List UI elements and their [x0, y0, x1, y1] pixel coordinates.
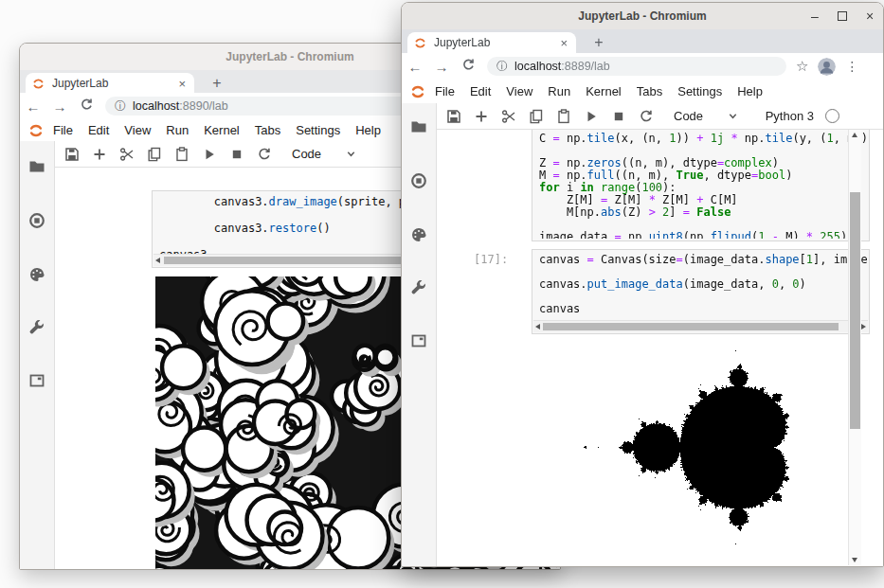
- add-cell-icon[interactable]: [474, 109, 489, 124]
- front-window-titlebar[interactable]: JupyterLab - Chromium – ×: [402, 3, 883, 30]
- code-token: M): [779, 230, 806, 239]
- tab-close-icon[interactable]: ×: [175, 77, 189, 91]
- menu-item-tabs[interactable]: Tabs: [255, 123, 280, 137]
- code-token: canvas: [539, 302, 580, 315]
- restart-kernel-icon[interactable]: [257, 147, 272, 162]
- forward-icon[interactable]: →: [428, 59, 455, 75]
- scroll-right-icon[interactable]: [861, 324, 866, 330]
- code-token: *: [649, 193, 656, 206]
- menu-item-kernel[interactable]: Kernel: [204, 123, 240, 137]
- new-tab-button[interactable]: +: [206, 73, 228, 94]
- code-token: np.: [560, 156, 587, 169]
- code-cell[interactable]: C = np.tile(x, (n, 1)) + 1j * np.tile(y,…: [532, 130, 870, 241]
- code-line: canvas = Canvas(size=(image_data.shape[1…: [539, 254, 867, 266]
- menu-item-file[interactable]: File: [53, 123, 73, 137]
- reload-icon[interactable]: [73, 98, 99, 115]
- site-info-icon[interactable]: ⓘ: [115, 98, 126, 115]
- chevron-down-icon[interactable]: [346, 149, 356, 159]
- code-line: canvas.put_image_data(image_data, 0, 0): [539, 278, 867, 291]
- code-token: M: [539, 169, 552, 182]
- paste-icon[interactable]: [556, 109, 571, 124]
- code-token: 1j: [711, 133, 724, 145]
- menu-item-view[interactable]: View: [124, 123, 151, 137]
- cell-type-dropdown[interactable]: Code: [292, 147, 321, 161]
- copy-icon[interactable]: [147, 147, 162, 162]
- running-sessions-icon[interactable]: [28, 212, 45, 229]
- copy-icon[interactable]: [529, 109, 544, 124]
- add-cell-icon[interactable]: [92, 147, 107, 162]
- activity-sidebar: [20, 141, 55, 569]
- stop-icon[interactable]: [611, 109, 626, 124]
- stop-icon[interactable]: [229, 147, 244, 162]
- run-icon[interactable]: [584, 109, 599, 124]
- menu-item-settings[interactable]: Settings: [677, 84, 722, 98]
- browser-tab-jupyterlab[interactable]: JupyterLab ×: [407, 32, 576, 53]
- running-sessions-icon[interactable]: [410, 172, 427, 189]
- tools-wrench-icon[interactable]: [410, 279, 427, 296]
- code-cell[interactable]: canvas = Canvas(size=(image_data.shape[1…: [532, 249, 870, 334]
- menu-item-settings[interactable]: Settings: [296, 123, 340, 137]
- scroll-left-icon[interactable]: [155, 258, 160, 263]
- palette-icon[interactable]: [28, 266, 45, 283]
- menu-item-file[interactable]: File: [435, 84, 455, 98]
- restart-kernel-icon[interactable]: [639, 109, 654, 124]
- open-tabs-icon[interactable]: [410, 332, 427, 349]
- maximize-button[interactable]: [835, 9, 850, 24]
- cut-icon[interactable]: [119, 147, 135, 162]
- bookmark-star-icon[interactable]: ☆: [796, 58, 808, 75]
- code-token: (np.: [683, 230, 711, 239]
- menu-item-view[interactable]: View: [506, 84, 532, 98]
- code-token: (image_data.: [683, 254, 766, 266]
- scrollbar-thumb[interactable]: [543, 323, 839, 330]
- folder-icon[interactable]: [28, 158, 45, 175]
- cell-type-dropdown[interactable]: Code: [674, 109, 703, 123]
- save-icon[interactable]: [446, 109, 461, 124]
- palette-icon[interactable]: [410, 226, 427, 243]
- menu-item-edit[interactable]: Edit: [88, 123, 109, 137]
- code-token: Z[M]: [656, 193, 696, 206]
- code-token: ):: [662, 181, 676, 194]
- code-token: i: [560, 181, 581, 194]
- code-token: complex: [724, 156, 772, 169]
- menu-item-kernel[interactable]: Kernel: [586, 84, 622, 98]
- scrollbar-thumb[interactable]: [164, 257, 426, 264]
- open-tabs-icon[interactable]: [28, 372, 45, 389]
- kernel-name[interactable]: Python 3: [766, 109, 814, 123]
- cell-horizontal-scrollbar[interactable]: [533, 320, 868, 332]
- kernel-status-idle-icon: [825, 109, 839, 123]
- save-icon[interactable]: [64, 147, 80, 162]
- scroll-down-icon[interactable]: [852, 558, 857, 562]
- scrollbar-thumb[interactable]: [850, 192, 860, 429]
- tab-title: JupyterLab: [434, 36, 557, 49]
- back-icon[interactable]: ←: [402, 59, 428, 75]
- back-icon[interactable]: ←: [20, 98, 46, 115]
- close-button[interactable]: ×: [862, 9, 877, 24]
- browser-menu-icon[interactable]: ⋮: [845, 59, 858, 74]
- profile-avatar[interactable]: [818, 58, 836, 76]
- menu-item-edit[interactable]: Edit: [470, 84, 491, 98]
- minimize-button[interactable]: –: [807, 9, 822, 24]
- menu-item-help[interactable]: Help: [355, 123, 381, 137]
- code-line: canvas: [539, 303, 867, 315]
- forward-icon[interactable]: →: [46, 98, 73, 115]
- folder-icon[interactable]: [410, 118, 427, 135]
- chevron-down-icon[interactable]: [728, 111, 738, 121]
- notebook-vertical-scrollbar[interactable]: [848, 130, 861, 565]
- address-bar[interactable]: ⓘ localhost :8889/lab: [487, 57, 786, 76]
- menu-item-tabs[interactable]: Tabs: [637, 84, 662, 98]
- menu-item-run[interactable]: Run: [166, 123, 189, 137]
- new-tab-button[interactable]: +: [587, 32, 610, 53]
- run-icon[interactable]: [202, 147, 217, 162]
- cut-icon[interactable]: [501, 109, 516, 124]
- site-info-icon[interactable]: ⓘ: [496, 59, 508, 75]
- tools-wrench-icon[interactable]: [28, 319, 45, 336]
- scroll-up-icon[interactable]: [852, 133, 857, 137]
- scroll-left-icon[interactable]: [535, 324, 540, 330]
- browser-tab-jupyterlab[interactable]: JupyterLab ×: [26, 73, 194, 94]
- paste-icon[interactable]: [174, 147, 189, 162]
- cell-code[interactable]: C = np.tile(x, (n, 1)) + 1j * np.tile(y,…: [539, 133, 867, 239]
- menu-item-help[interactable]: Help: [737, 84, 763, 98]
- tab-close-icon[interactable]: ×: [557, 36, 570, 50]
- reload-icon[interactable]: [455, 58, 481, 75]
- menu-item-run[interactable]: Run: [548, 84, 570, 98]
